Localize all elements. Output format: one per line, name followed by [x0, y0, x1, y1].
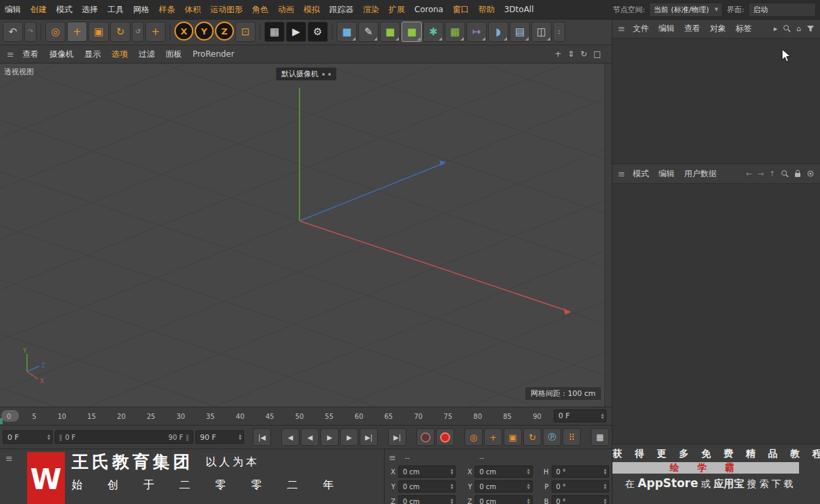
- interface-dropdown[interactable]: 启动: [748, 3, 816, 17]
- menu-item[interactable]: 运动图形: [206, 4, 247, 16]
- hamburger-icon[interactable]: ≡: [615, 169, 628, 179]
- panel-menu-item[interactable]: 标签: [731, 23, 756, 34]
- menu-item[interactable]: 网格: [128, 4, 154, 16]
- lock-z-axis-button[interactable]: Z: [215, 22, 234, 41]
- coord-header[interactable]: --: [405, 454, 410, 461]
- hamburger-icon[interactable]: ≡: [3, 453, 16, 463]
- spinner-arrows-icon[interactable]: ▲▼: [451, 468, 454, 475]
- up-icon[interactable]: ↑: [769, 170, 775, 178]
- key-position-button[interactable]: +: [484, 428, 502, 446]
- expand-icon[interactable]: ▸: [773, 24, 777, 33]
- viewport-menu-item[interactable]: 过滤: [133, 49, 160, 60]
- goto-start-button[interactable]: |◀: [253, 428, 271, 446]
- autokey-button[interactable]: [416, 428, 435, 446]
- coordinate-field[interactable]: 0 cm ▲▼: [475, 465, 532, 478]
- next-frame-button[interactable]: ▶: [340, 428, 358, 446]
- pen-spline-tool[interactable]: ✎: [358, 22, 379, 42]
- menu-item[interactable]: 模拟: [299, 4, 324, 16]
- play-button[interactable]: ▶: [320, 428, 339, 446]
- lock-icon[interactable]: [794, 170, 801, 178]
- zoom-view-icon[interactable]: ⇕: [568, 49, 575, 59]
- spinner-arrows-icon[interactable]: ▲▼: [47, 434, 50, 440]
- range-grip-icon[interactable]: ∥: [59, 434, 62, 441]
- generator-button[interactable]: ■: [402, 22, 422, 42]
- viewport-menu-item[interactable]: 摄像机: [44, 49, 79, 60]
- fields-menu-button[interactable]: ↦: [466, 22, 487, 42]
- prev-frame-button[interactable]: ◀: [301, 428, 319, 446]
- menu-item[interactable]: 模式: [51, 4, 77, 16]
- back-icon[interactable]: ←: [746, 170, 752, 178]
- spinner-arrows-icon[interactable]: ▲▼: [527, 498, 530, 504]
- hamburger-icon[interactable]: ≡: [4, 49, 17, 59]
- search-icon[interactable]: [781, 170, 789, 178]
- spinner-arrows-icon[interactable]: ▲▼: [451, 483, 454, 490]
- add-cube-object-button[interactable]: ■: [337, 22, 357, 42]
- toggle-view-icon[interactable]: □: [594, 49, 601, 59]
- camera-light-menu-button[interactable]: ◫: [531, 22, 552, 42]
- spinner-arrows-icon[interactable]: ▲▼: [604, 468, 606, 475]
- coordinate-field[interactable]: 0 ° ▲▼: [552, 465, 609, 478]
- forward-icon[interactable]: →: [758, 170, 764, 178]
- next-key-button[interactable]: ▶|: [360, 428, 378, 446]
- pan-view-icon[interactable]: +: [554, 49, 561, 59]
- viewport[interactable]: 透视视图 默认摄像机 Y Z X 网格间距 : 100 cm: [0, 64, 612, 407]
- render-view-button[interactable]: ▦: [264, 22, 285, 42]
- record-keyframe-button[interactable]: [436, 428, 454, 446]
- menu-item[interactable]: 3DtoAll: [500, 5, 539, 14]
- render-picture-viewer-button[interactable]: ▶: [286, 22, 306, 42]
- menu-item[interactable]: 扩展: [384, 4, 410, 16]
- panel-menu-item[interactable]: 用户数据: [679, 168, 721, 180]
- menu-item[interactable]: 编辑: [0, 4, 26, 16]
- coordinate-field[interactable]: 0 cm ▲▼: [475, 480, 532, 493]
- render-settings-button[interactable]: ⚙: [308, 22, 328, 42]
- viewport-scrollbar[interactable]: [604, 64, 612, 407]
- coordinate-field[interactable]: 0 cm ▲▼: [398, 480, 456, 493]
- camera-label[interactable]: 默认摄像机: [276, 68, 336, 80]
- hamburger-icon[interactable]: ≡: [615, 24, 628, 34]
- spinner-arrows-icon[interactable]: ▲▼: [451, 498, 454, 504]
- panel-menu-item[interactable]: 编辑: [654, 168, 679, 180]
- menu-item[interactable]: 跟踪器: [324, 4, 358, 16]
- attribute-area[interactable]: [612, 184, 820, 444]
- panel-menu-item[interactable]: 查看: [679, 23, 705, 34]
- coordinate-field[interactable]: 0 cm ▲▼: [398, 465, 456, 478]
- snap-settings-button[interactable]: ▦: [591, 428, 609, 446]
- move-tool[interactable]: +: [67, 22, 87, 42]
- end-frame-field[interactable]: 90 F ▲▼: [195, 430, 244, 444]
- menu-item[interactable]: 体积: [180, 4, 206, 16]
- rotate-view-icon[interactable]: ↻: [581, 49, 587, 59]
- hamburger-icon[interactable]: ≡: [386, 453, 399, 463]
- frame-range-slider[interactable]: ∥ 0 F 90 F ∥: [55, 430, 193, 444]
- scale-tool[interactable]: ▣: [89, 22, 109, 42]
- panel-menu-item[interactable]: 编辑: [654, 23, 679, 34]
- menu-item[interactable]: 角色: [247, 4, 273, 16]
- viewport-menu-item[interactable]: 显示: [79, 49, 106, 60]
- redo-icon[interactable]: ↷: [24, 22, 37, 42]
- frame-number-field[interactable]: 0 F ▲▼: [554, 409, 606, 422]
- coord-header[interactable]: --: [479, 454, 484, 461]
- panel-menu-item[interactable]: 文件: [628, 23, 654, 34]
- spinner-arrows-icon[interactable]: ▲▼: [601, 413, 604, 420]
- coordinate-system-button[interactable]: ⊡: [235, 22, 256, 42]
- key-scale-button[interactable]: ▣: [504, 428, 522, 446]
- menu-item[interactable]: 帮助: [474, 4, 500, 16]
- simulation-menu-button[interactable]: ◗: [488, 22, 508, 42]
- lock-y-axis-button[interactable]: Y: [195, 22, 214, 41]
- viewport-menu-item[interactable]: ProRender: [187, 49, 240, 59]
- floor-menu-button[interactable]: ▤: [510, 22, 530, 42]
- lock-x-axis-button[interactable]: X: [174, 22, 193, 41]
- preview-range-handle[interactable]: [0, 418, 3, 424]
- object-list-area[interactable]: [612, 39, 820, 164]
- range-grip-icon[interactable]: ∥: [186, 434, 189, 441]
- more-commands-button[interactable]: :: [553, 22, 565, 42]
- spinner-arrows-icon[interactable]: ▲▼: [604, 498, 606, 504]
- undo-icon[interactable]: ↶: [3, 22, 23, 42]
- goto-end-button[interactable]: ▶|: [388, 428, 406, 446]
- mograph-menu-button[interactable]: ✱: [423, 22, 443, 42]
- prev-key-button[interactable]: ◀: [281, 428, 299, 446]
- viewport-menu-item[interactable]: 面板: [160, 49, 187, 60]
- live-selection-tool[interactable]: ◎: [45, 22, 66, 42]
- spinner-arrows-icon[interactable]: ▲▼: [527, 483, 530, 490]
- spinner-arrows-icon[interactable]: ▲▼: [527, 468, 530, 475]
- home-icon[interactable]: ⌂: [796, 24, 801, 33]
